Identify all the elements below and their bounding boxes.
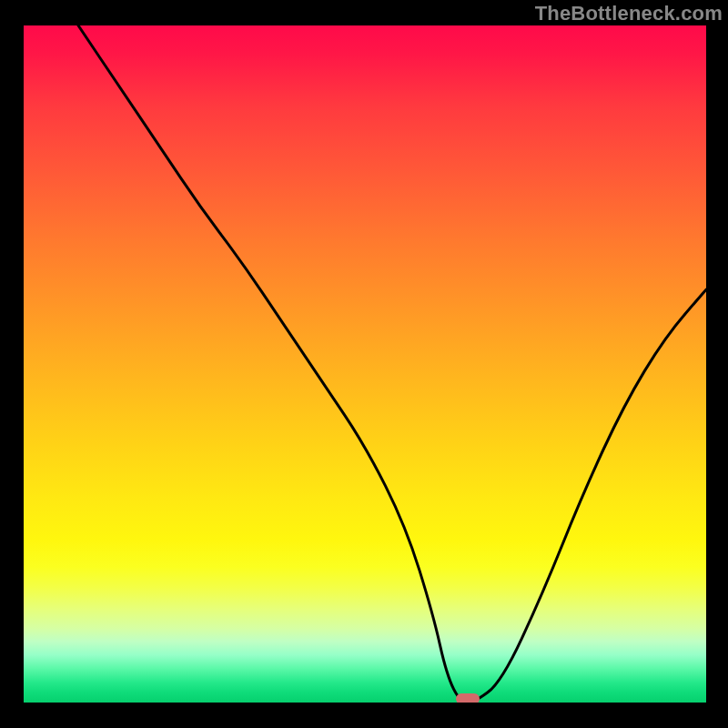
optimal-marker bbox=[456, 693, 480, 703]
bottleneck-curve bbox=[24, 25, 706, 703]
plot-area bbox=[24, 25, 706, 703]
chart-frame: TheBottleneck.com bbox=[0, 0, 728, 728]
watermark-text: TheBottleneck.com bbox=[535, 2, 723, 25]
